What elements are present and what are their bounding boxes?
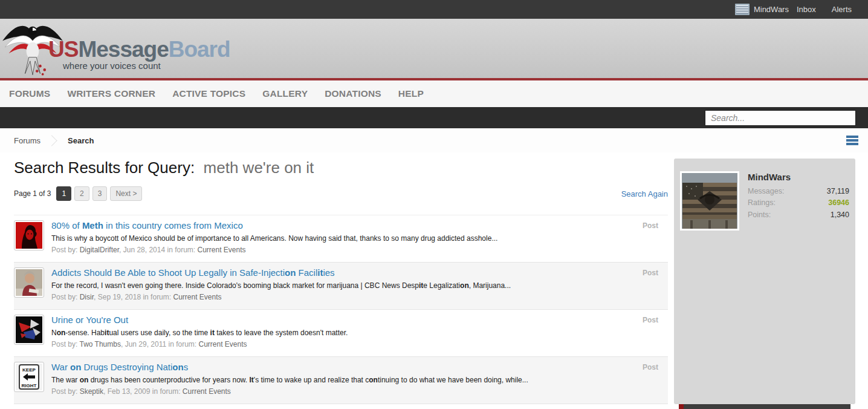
member-stats: Messages:37,119Ratings:36946Points:1,340 bbox=[748, 186, 849, 221]
search-bar bbox=[0, 107, 868, 128]
result-body: 80% of Meth in this country comes from M… bbox=[51, 220, 635, 262]
result-date: Feb 13, 2009 bbox=[108, 387, 151, 396]
result-meta: Post by: Disir, Sep 19, 2018 in forum: C… bbox=[51, 293, 635, 301]
search-input[interactable] bbox=[705, 110, 856, 126]
pagination-pages: 123 bbox=[56, 186, 110, 201]
search-result-row: KEEPRIGHTWar on Drugs Destroying Nations… bbox=[14, 357, 668, 404]
user-avatar-thumbnail-icon bbox=[735, 4, 750, 15]
search-result-row: Addicts Should Be Able to Shoot Up Legal… bbox=[14, 263, 668, 310]
result-avatar[interactable]: KEEPRIGHT bbox=[14, 362, 44, 392]
result-date: Sep 19, 2018 bbox=[98, 293, 141, 301]
result-type-label: Post bbox=[643, 269, 658, 309]
search-query-value: meth we're on it bbox=[204, 159, 314, 177]
site-header: USMessageBoard where your voices count bbox=[0, 19, 868, 78]
inbox-link[interactable]: Inbox bbox=[789, 5, 824, 14]
result-date: Jun 29, 2011 bbox=[125, 340, 167, 348]
result-forum-link[interactable]: Current Events bbox=[173, 293, 221, 301]
stat-value: 36946 bbox=[828, 197, 849, 209]
breadcrumb-bar: ForumsSearch bbox=[0, 128, 868, 152]
result-body: Urine or You're OutNon-sense. Habitual u… bbox=[51, 315, 635, 356]
search-query-text bbox=[199, 159, 203, 177]
page-button-3[interactable]: 3 bbox=[92, 186, 108, 201]
results-controls: Page 1 of 3 123 Next > Search Again bbox=[14, 186, 668, 201]
result-type-label: Post bbox=[643, 316, 658, 356]
member-sidebar: MindWars Messages:37,119Ratings:36946Poi… bbox=[674, 159, 855, 404]
nav-item-help[interactable]: HELP bbox=[390, 88, 432, 99]
result-author[interactable]: Two Thumbs bbox=[79, 340, 120, 348]
page-count-label: Page 1 of 3 bbox=[14, 189, 51, 198]
logo-message: Message bbox=[78, 37, 168, 62]
top-user-bar: MindWars Inbox Alerts bbox=[0, 0, 868, 19]
result-meta: Post by: Two Thumbs, Jun 29, 2011 in for… bbox=[51, 340, 635, 348]
nav-item-forums[interactable]: FORUMS bbox=[9, 88, 59, 99]
result-author[interactable]: DigitalDrifter bbox=[80, 246, 119, 254]
member-card: MindWars Messages:37,119Ratings:36946Poi… bbox=[674, 159, 855, 243]
result-snippet: Non-sense. Habitual users use daily, so … bbox=[51, 329, 635, 337]
result-forum-link[interactable]: Current Events bbox=[183, 387, 231, 396]
stat-label: Ratings: bbox=[748, 197, 776, 209]
member-stat-row: Points:1,340 bbox=[748, 209, 849, 221]
result-type-label: Post bbox=[643, 221, 658, 262]
search-result-row: 80% of Meth in this country comes from M… bbox=[14, 215, 668, 263]
svg-text:RIGHT: RIGHT bbox=[22, 383, 37, 388]
stat-label: Points: bbox=[748, 209, 771, 221]
primary-nav: FORUMSWRITERS CORNERACTIVE TOPICSGALLERY… bbox=[0, 80, 868, 107]
result-avatar[interactable] bbox=[14, 315, 44, 345]
site-tagline: where your voices count bbox=[63, 61, 161, 71]
result-snippet: For the record, I wasn't even going ther… bbox=[51, 281, 635, 290]
breadcrumb: ForumsSearch bbox=[14, 136, 94, 145]
search-result-row: Firefighter Says Saving One Dog Is 'More… bbox=[14, 404, 668, 409]
result-title-link[interactable]: 80% of Meth in this country comes from M… bbox=[51, 220, 243, 231]
title-prefix: Search Results for Query: bbox=[14, 159, 195, 177]
result-title-link[interactable]: War on Drugs Destroying Nations bbox=[51, 362, 188, 372]
breadcrumb-item-forums[interactable]: Forums bbox=[14, 136, 40, 145]
page-button-1[interactable]: 1 bbox=[56, 186, 71, 201]
search-results-page: Search Results for Query: meth we're on … bbox=[14, 159, 668, 409]
search-result-row: Urine or You're OutNon-sense. Habitual u… bbox=[14, 310, 668, 357]
stat-label: Messages: bbox=[748, 186, 784, 197]
result-meta: Post by: Skeptik, Feb 13, 2009 in forum:… bbox=[51, 387, 635, 396]
member-stat-row: Messages:37,119 bbox=[748, 186, 849, 197]
results-list: 80% of Meth in this country comes from M… bbox=[14, 215, 668, 409]
result-avatar[interactable] bbox=[14, 220, 44, 250]
member-stat-row: Ratings:36946 bbox=[748, 197, 849, 209]
page-button-2[interactable]: 2 bbox=[74, 186, 89, 201]
ad-banner[interactable] bbox=[679, 404, 850, 409]
page-title: Search Results for Query: meth we're on … bbox=[14, 159, 668, 177]
logo-board: Board bbox=[169, 37, 230, 62]
member-info: MindWars Messages:37,119Ratings:36946Poi… bbox=[748, 171, 849, 231]
result-author[interactable]: Skeptik bbox=[80, 387, 103, 396]
search-again-link[interactable]: Search Again bbox=[621, 189, 668, 198]
nav-item-gallery[interactable]: GALLERY bbox=[254, 88, 316, 99]
result-forum-link[interactable]: Current Events bbox=[199, 340, 247, 348]
result-avatar[interactable] bbox=[14, 267, 44, 298]
result-snippet: This is why a boycott of Mexico should b… bbox=[51, 234, 635, 243]
result-date: Jun 28, 2014 bbox=[123, 246, 165, 254]
member-name[interactable]: MindWars bbox=[748, 172, 849, 182]
username-link[interactable]: MindWars bbox=[754, 5, 789, 14]
next-page-button[interactable]: Next > bbox=[110, 186, 142, 201]
alerts-link[interactable]: Alerts bbox=[824, 5, 860, 14]
result-type-label: Post bbox=[643, 363, 658, 404]
logo-us: US bbox=[48, 37, 78, 62]
result-snippet: The war on drugs has been counterproduct… bbox=[51, 376, 635, 384]
result-title-link[interactable]: Addicts Should Be Able to Shoot Up Legal… bbox=[51, 267, 335, 278]
nav-item-active-topics[interactable]: ACTIVE TOPICS bbox=[164, 88, 254, 99]
nav-item-donations[interactable]: DONATIONS bbox=[316, 88, 390, 99]
result-author[interactable]: Disir bbox=[80, 293, 94, 301]
member-avatar[interactable] bbox=[680, 171, 739, 231]
breadcrumb-separator-icon bbox=[46, 135, 57, 146]
result-forum-link[interactable]: Current Events bbox=[197, 246, 245, 254]
result-title-link[interactable]: Urine or You're Out bbox=[51, 315, 128, 325]
user-menu[interactable]: MindWars bbox=[735, 4, 789, 15]
stat-value: 1,340 bbox=[831, 209, 849, 221]
result-body: War on Drugs Destroying NationsThe war o… bbox=[51, 362, 635, 404]
menu-hamburger-icon[interactable] bbox=[846, 136, 858, 146]
ad-banner-red-accent bbox=[679, 404, 684, 409]
breadcrumb-item-search[interactable]: Search bbox=[68, 136, 94, 145]
result-meta: Post by: DigitalDrifter, Jun 28, 2014 in… bbox=[51, 246, 635, 254]
svg-text:KEEP: KEEP bbox=[22, 367, 36, 373]
nav-item-writers-corner[interactable]: WRITERS CORNER bbox=[59, 88, 164, 99]
site-logo[interactable]: USMessageBoard bbox=[48, 37, 230, 62]
result-body: Addicts Should Be Able to Shoot Up Legal… bbox=[51, 267, 635, 309]
